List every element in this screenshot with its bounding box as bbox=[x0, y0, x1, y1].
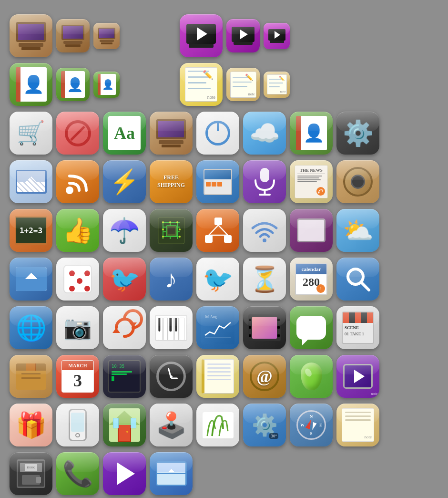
videoplay-app[interactable] bbox=[103, 452, 146, 495]
svg-point-15 bbox=[162, 221, 164, 223]
camera-app[interactable]: 📷 bbox=[56, 306, 99, 349]
svg-line-30 bbox=[361, 282, 369, 290]
freeshipping-app[interactable]: FREESHIPPING bbox=[150, 160, 193, 203]
piano-app[interactable] bbox=[150, 306, 193, 349]
birdapp[interactable]: 🐦 bbox=[103, 258, 146, 301]
grass-app[interactable] bbox=[196, 404, 239, 446]
tv-app-large[interactable] bbox=[10, 14, 52, 57]
network-app[interactable] bbox=[196, 209, 239, 252]
gamepad-app[interactable]: 🕹️ bbox=[150, 404, 193, 446]
notepad-app[interactable] bbox=[196, 355, 239, 398]
svg-point-20 bbox=[179, 228, 181, 230]
weather-app[interactable]: ⛅ bbox=[336, 209, 379, 252]
clapperboard-app[interactable]: SCENE 01 TAKE 1 bbox=[336, 306, 379, 349]
calendar-app[interactable]: calendar 280 ! bbox=[290, 258, 333, 301]
svg-point-0 bbox=[66, 187, 73, 194]
media-player-medium[interactable] bbox=[226, 19, 260, 52]
tv-app-medium[interactable] bbox=[56, 19, 90, 52]
atmail-app[interactable]: @ bbox=[243, 355, 286, 398]
speaker-app[interactable] bbox=[336, 160, 379, 203]
svg-line-25 bbox=[209, 225, 218, 235]
cloud-app[interactable]: ☁️ bbox=[243, 112, 286, 155]
rss-app[interactable] bbox=[56, 160, 99, 203]
row-tv-media bbox=[10, 14, 379, 57]
contacts-medium[interactable]: 👤 bbox=[56, 68, 90, 101]
waterdrop-app[interactable] bbox=[290, 355, 333, 398]
note-large[interactable]: ✏️ note bbox=[180, 63, 223, 106]
svg-line-26 bbox=[218, 225, 228, 235]
calendar3-app[interactable]: MARCH 3 bbox=[56, 355, 99, 398]
svg-point-17 bbox=[176, 221, 178, 223]
media-player-small[interactable] bbox=[264, 23, 290, 49]
door-app[interactable] bbox=[103, 404, 146, 446]
svg-rect-1 bbox=[260, 168, 269, 182]
twitter-app[interactable]: 🐦 bbox=[196, 258, 239, 301]
package-app[interactable] bbox=[10, 355, 52, 398]
tv-app-small[interactable] bbox=[93, 23, 120, 49]
dice-app[interactable] bbox=[56, 258, 99, 301]
settings30-app[interactable]: ⚙️ 30° bbox=[243, 404, 286, 446]
timer-app[interactable]: ⏳ bbox=[243, 258, 286, 301]
note-small[interactable]: ✏️ note bbox=[264, 72, 290, 98]
svg-point-18 bbox=[162, 228, 164, 230]
svg-marker-31 bbox=[112, 328, 120, 333]
svg-point-19 bbox=[162, 236, 164, 238]
power-app[interactable] bbox=[196, 112, 239, 155]
compass-app[interactable]: N S E W bbox=[290, 404, 333, 446]
phone-app[interactable]: 📞 bbox=[56, 452, 99, 495]
email-app[interactable] bbox=[10, 258, 52, 301]
thumbsup-app[interactable]: 👍 bbox=[56, 209, 99, 252]
chat-app[interactable] bbox=[290, 306, 333, 349]
svg-rect-14 bbox=[168, 228, 175, 234]
contact-app-2[interactable]: 👤 bbox=[290, 112, 333, 155]
stop-app[interactable] bbox=[56, 112, 99, 155]
icon-grid: 👤 👤 👤 bbox=[10, 14, 379, 498]
microphone-app[interactable] bbox=[243, 160, 286, 203]
screen-app[interactable] bbox=[290, 209, 333, 252]
clock-app[interactable] bbox=[150, 355, 193, 398]
floppy-app[interactable]: DISK bbox=[10, 452, 52, 495]
note-medium[interactable]: ✏️ note bbox=[226, 68, 260, 101]
svg-rect-23 bbox=[205, 235, 213, 243]
circuit-app[interactable] bbox=[150, 209, 193, 252]
music-app[interactable]: ♪ bbox=[150, 258, 193, 301]
search-app[interactable] bbox=[336, 258, 379, 301]
contacts-large[interactable]: 👤 bbox=[10, 63, 52, 106]
svg-point-28 bbox=[263, 239, 266, 242]
svg-rect-24 bbox=[224, 235, 232, 243]
gift-app[interactable]: 🎁 bbox=[10, 404, 52, 446]
svg-point-21 bbox=[179, 236, 181, 238]
row-3: 🛒 Aa bbox=[10, 112, 379, 155]
chalkboard-app[interactable]: 1+2=3 bbox=[10, 209, 52, 252]
wifi-app[interactable] bbox=[243, 209, 286, 252]
note2-app[interactable]: note bbox=[336, 404, 379, 446]
row-10: DISK 📞 bbox=[10, 452, 379, 495]
row-8: MARCH 3 10:35 █ bbox=[10, 355, 379, 398]
row-contacts-notes: 👤 👤 👤 bbox=[10, 63, 379, 106]
mail2-app[interactable] bbox=[150, 452, 193, 495]
shop-app[interactable] bbox=[196, 160, 239, 203]
globe-app[interactable]: 🌐 bbox=[10, 306, 52, 349]
media-player-large[interactable] bbox=[180, 14, 223, 57]
sync-app[interactable] bbox=[103, 306, 146, 349]
svg-point-4 bbox=[318, 192, 320, 194]
row-6: 🐦 ♪ 🐦 ⏳ bbox=[10, 258, 379, 301]
stocks-app[interactable]: Jul Aug bbox=[196, 306, 239, 349]
news-app[interactable]: THE NEWS bbox=[290, 160, 333, 203]
row-7: 🌐 📷 bbox=[10, 306, 379, 349]
video-app[interactable]: note bbox=[336, 355, 379, 398]
contacts-small[interactable]: 👤 bbox=[93, 72, 120, 98]
film-app[interactable] bbox=[243, 306, 286, 349]
storm-app[interactable]: ⚡ bbox=[103, 160, 146, 203]
tv-app-2[interactable] bbox=[150, 112, 193, 155]
row-4: ⚡ FREESHIPPING bbox=[10, 160, 379, 203]
iphone-app[interactable] bbox=[56, 404, 99, 446]
row-5: 1+2=3 👍 ☂️ bbox=[10, 209, 379, 252]
terminal-app[interactable]: 10:35 █ bbox=[103, 355, 146, 398]
cart-app[interactable]: 🛒 bbox=[10, 112, 52, 155]
settings-app[interactable]: ⚙️ bbox=[336, 112, 379, 155]
dictionary-app[interactable]: Aa bbox=[103, 112, 146, 155]
umbrella-app[interactable]: ☂️ bbox=[103, 209, 146, 252]
row-9: 🎁 bbox=[10, 404, 379, 446]
mail-app[interactable] bbox=[10, 160, 52, 203]
